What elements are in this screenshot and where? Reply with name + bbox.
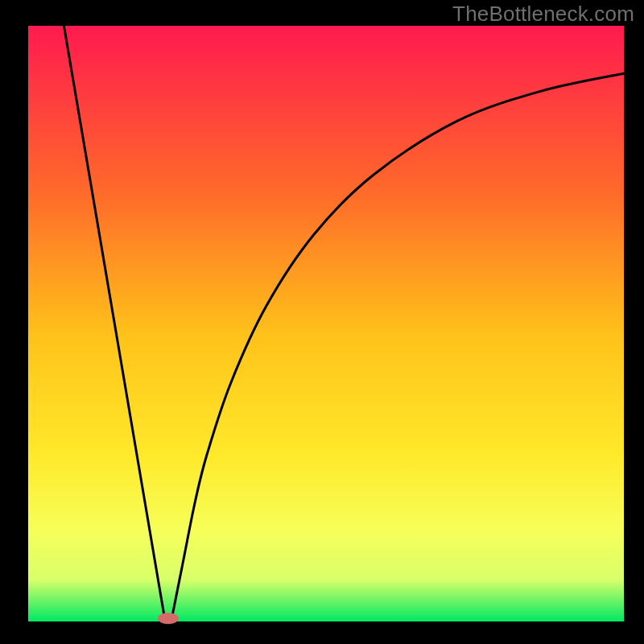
chart-svg	[0, 0, 644, 644]
minimum-marker	[158, 613, 179, 624]
chart-frame: TheBottleneck.com	[0, 0, 644, 644]
plot-area	[28, 26, 624, 621]
watermark-text: TheBottleneck.com	[452, 2, 634, 27]
